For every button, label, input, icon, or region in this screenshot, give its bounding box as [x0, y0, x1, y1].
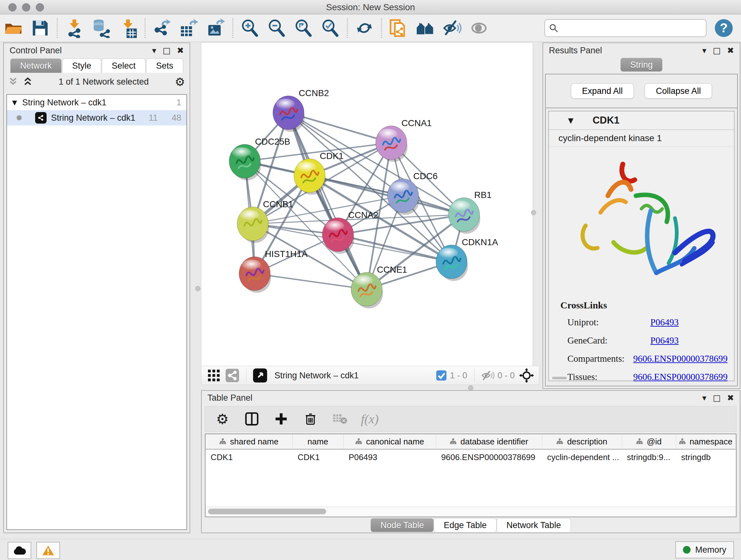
table-row[interactable]: CDK1 CDK1 P06493 9606.ENSP00000378699 cy…: [205, 449, 735, 465]
network-node-cdc6[interactable]: CDC6: [387, 171, 437, 215]
expand-all-icon[interactable]: [23, 77, 32, 86]
right-splitter-handle[interactable]: [531, 210, 536, 215]
home-networks-icon[interactable]: [412, 17, 439, 40]
genecard-link[interactable]: P06493: [650, 335, 679, 346]
export-network-icon[interactable]: [149, 17, 176, 40]
node-label: CCNB2: [299, 88, 329, 98]
refresh-layout-icon[interactable]: [351, 17, 378, 40]
uniprot-link[interactable]: P06493: [650, 317, 679, 327]
network-node-ccnb2[interactable]: CCNB2: [273, 88, 329, 132]
network-list: ▼ String Network – cdk1 1 String Network…: [6, 94, 187, 530]
search-input[interactable]: [562, 23, 702, 33]
network-row-selected[interactable]: String Network – cdk1 11 48: [7, 110, 186, 125]
export-image-icon[interactable]: [202, 17, 229, 40]
network-collection-row[interactable]: ▼ String Network – cdk1 1: [7, 95, 186, 110]
network-node-cdc25b[interactable]: CDC25B: [229, 137, 290, 180]
crosslinks-heading: CrossLinks: [560, 300, 728, 311]
network-status-dot: [17, 115, 22, 120]
results-panel-float-icon[interactable]: □: [713, 46, 721, 55]
column-header[interactable]: description: [542, 434, 622, 449]
network-node-ccna1[interactable]: CCNA1: [376, 118, 432, 162]
control-panel-float-icon[interactable]: □: [163, 46, 171, 55]
import-network-database-icon[interactable]: [88, 17, 115, 40]
hide-selected-icon[interactable]: [439, 17, 466, 40]
zoom-in-icon[interactable]: [237, 17, 263, 40]
zoom-fit-icon[interactable]: [290, 17, 317, 40]
tab-string[interactable]: String: [620, 58, 663, 71]
show-hidden-icon[interactable]: [466, 17, 492, 40]
open-session-icon[interactable]: [0, 17, 27, 40]
network-edge[interactable]: [255, 273, 367, 289]
left-splitter-handle[interactable]: [195, 286, 200, 291]
column-header[interactable]: @id: [622, 434, 676, 449]
zoom-selected-icon[interactable]: [317, 17, 344, 40]
memory-button[interactable]: Memory: [675, 541, 734, 558]
table-panel-menu-icon[interactable]: ▾: [702, 393, 706, 402]
results-panel-menu-icon[interactable]: ▾: [702, 46, 706, 55]
table-panel-float-icon[interactable]: □: [713, 393, 721, 402]
tissues-link[interactable]: 9606.ENSP00000378699: [633, 372, 728, 382]
birds-eye-view-icon[interactable]: [519, 368, 534, 383]
column-header[interactable]: namespace: [676, 434, 735, 449]
table-horizontal-scrollbar[interactable]: [205, 507, 737, 517]
control-panel-close-icon[interactable]: ✖: [177, 46, 184, 55]
tab-select[interactable]: Select: [102, 58, 145, 73]
collapse-all-button[interactable]: Collapse All: [645, 83, 712, 99]
column-header[interactable]: shared name: [205, 434, 292, 449]
clone-network-icon[interactable]: [385, 17, 412, 40]
gene-name: CDK1: [593, 115, 619, 126]
collapse-all-icon[interactable]: [8, 77, 18, 86]
selected-checkbox-icon[interactable]: [436, 370, 447, 381]
results-panel-close-icon[interactable]: ✖: [727, 46, 734, 55]
tab-sets[interactable]: Sets: [146, 58, 183, 73]
import-network-file-icon[interactable]: [61, 17, 88, 40]
tab-node-table[interactable]: Node Table: [370, 518, 434, 532]
column-header[interactable]: database identifier: [436, 434, 542, 449]
cell-shared-name: CDK1: [205, 449, 292, 465]
share-view-icon[interactable]: [225, 368, 240, 383]
open-in-new-icon[interactable]: [253, 368, 267, 383]
network-node-cdk1[interactable]: CDK1: [294, 151, 344, 195]
gene-expander-icon[interactable]: ▼: [568, 117, 574, 125]
network-canvas[interactable]: CCNB2CCNA1CDC25BCDK1CDC6RB1CCNB1CCNA2CDK…: [201, 43, 533, 366]
grid-view-icon[interactable]: [206, 368, 221, 383]
save-session-icon[interactable]: [27, 17, 54, 40]
table-panel-title: Table Panel: [207, 393, 253, 403]
column-header[interactable]: name: [292, 434, 343, 449]
network-node-rb1[interactable]: RB1: [448, 190, 491, 234]
network-node-hist1h1a[interactable]: HIST1H1A: [239, 249, 308, 293]
column-header[interactable]: canonical name: [343, 434, 436, 449]
card-scrollbar[interactable]: [552, 377, 567, 379]
node-label: RB1: [474, 190, 491, 200]
network-options-gear-icon[interactable]: ⚙: [175, 75, 185, 88]
scrollbar-thumb[interactable]: [208, 509, 326, 514]
add-column-icon[interactable]: [273, 411, 289, 427]
control-panel-menu-icon[interactable]: ▾: [152, 46, 156, 55]
control-panel-title: Control Panel: [10, 46, 62, 56]
network-node-cdkn1a[interactable]: CDKN1A: [436, 237, 498, 281]
table-panel-close-icon[interactable]: ✖: [727, 393, 734, 402]
tab-edge-table[interactable]: Edge Table: [434, 518, 496, 532]
network-node-ccne1[interactable]: CCNE1: [351, 265, 407, 308]
warnings-button[interactable]: [37, 542, 60, 559]
tab-network-table[interactable]: Network Table: [496, 518, 571, 532]
show-columns-icon[interactable]: [244, 411, 260, 427]
memory-label: Memory: [695, 545, 726, 555]
import-table-icon[interactable]: [115, 17, 141, 40]
tab-network[interactable]: Network: [10, 58, 62, 73]
cell-id: stringdb:9...: [622, 449, 676, 465]
collection-expander-icon[interactable]: ▼: [12, 99, 17, 106]
tab-style[interactable]: Style: [62, 58, 101, 73]
table-settings-gear-icon[interactable]: ⚙: [214, 411, 231, 427]
horizontal-splitter-handle[interactable]: [468, 385, 473, 390]
expand-all-button[interactable]: Expand All: [571, 83, 634, 99]
hidden-eye-slash-icon[interactable]: [482, 370, 494, 381]
cloud-status-button[interactable]: [8, 542, 31, 559]
zoom-out-icon[interactable]: [263, 17, 290, 40]
network-edge[interactable]: [288, 113, 367, 289]
delete-column-icon[interactable]: [302, 411, 319, 427]
export-table-icon[interactable]: [176, 17, 202, 40]
network-graph[interactable]: CCNB2CCNA1CDC25BCDK1CDC6RB1CCNB1CCNA2CDK…: [201, 43, 532, 365]
help-button[interactable]: ?: [715, 19, 733, 37]
compartments-link[interactable]: 9606.ENSP00000378699: [633, 354, 728, 364]
